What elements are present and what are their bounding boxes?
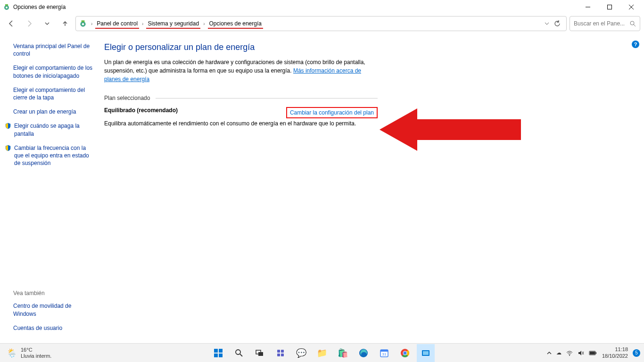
page-heading: Elegir o personalizar un plan de energía bbox=[104, 42, 630, 52]
weather-temp: 16°C bbox=[21, 347, 51, 353]
search-placeholder: Buscar en el Pane... bbox=[574, 20, 625, 27]
svg-rect-16 bbox=[219, 354, 223, 357]
forward-button[interactable] bbox=[22, 16, 37, 31]
svg-rect-27 bbox=[380, 350, 388, 352]
svg-point-10 bbox=[630, 21, 634, 25]
sidebar-link-sleep[interactable]: Cambiar la frecuencia con la que el equi… bbox=[5, 144, 96, 167]
svg-rect-40 bbox=[595, 352, 596, 354]
sidebar-link-main[interactable]: Ventana principal del Panel de control bbox=[13, 42, 96, 58]
close-button[interactable] bbox=[620, 0, 642, 14]
svg-rect-21 bbox=[277, 350, 280, 353]
main-content: Elegir o personalizar un plan de energía… bbox=[101, 33, 644, 343]
svg-point-9 bbox=[82, 23, 84, 25]
svg-rect-35 bbox=[423, 351, 429, 355]
plan-description: Equilibra automáticamente el rendimiento… bbox=[104, 120, 378, 127]
clock[interactable]: 11:18 18/10/2022 bbox=[602, 346, 628, 359]
edge-icon[interactable] bbox=[355, 344, 372, 362]
chevron-right-icon: › bbox=[201, 21, 206, 26]
search-input[interactable]: Buscar en el Pane... bbox=[570, 16, 640, 31]
chrome-icon[interactable] bbox=[396, 344, 414, 362]
svg-rect-41 bbox=[590, 352, 595, 354]
svg-marker-12 bbox=[380, 108, 521, 151]
svg-line-18 bbox=[240, 354, 242, 356]
weather-widget[interactable]: 🌦️ 16°C Lluvia interm. bbox=[0, 347, 51, 358]
svg-rect-14 bbox=[219, 349, 223, 353]
address-bar[interactable]: › Panel de control › Sistema y seguridad… bbox=[75, 16, 567, 31]
chevron-right-icon: › bbox=[140, 21, 145, 26]
see-also-link-accounts[interactable]: Cuentas de usuario bbox=[13, 324, 96, 332]
volume-icon[interactable] bbox=[578, 350, 584, 356]
breadcrumb-item[interactable]: Sistema y seguridad bbox=[146, 20, 200, 27]
svg-rect-1 bbox=[5, 4, 8, 6]
window-controls bbox=[577, 0, 642, 14]
svg-point-33 bbox=[404, 351, 407, 354]
power-options-icon bbox=[79, 19, 87, 28]
shield-icon bbox=[5, 145, 11, 151]
svg-point-17 bbox=[236, 350, 240, 354]
teams-icon[interactable]: 💬 bbox=[292, 344, 310, 362]
sidebar-link-buttons[interactable]: Elegir el comportamiento de los botones … bbox=[13, 64, 96, 79]
navbar: › Panel de control › Sistema y seguridad… bbox=[0, 14, 644, 33]
calendar-icon[interactable]: 31 bbox=[375, 344, 393, 362]
start-button[interactable] bbox=[209, 344, 227, 362]
svg-rect-23 bbox=[277, 354, 280, 356]
svg-rect-20 bbox=[258, 352, 263, 356]
sidebar-link-create-plan[interactable]: Crear un plan de energía bbox=[13, 108, 96, 115]
back-button[interactable] bbox=[4, 16, 19, 31]
file-explorer-icon[interactable]: 📁 bbox=[313, 344, 331, 362]
power-options-icon bbox=[3, 3, 10, 11]
widgets-icon[interactable] bbox=[272, 344, 289, 362]
titlebar: Opciones de energía bbox=[0, 0, 644, 14]
taskbar: 🌦️ 16°C Lluvia interm. 💬 📁 🛍️ 31 ☁ 11:18… bbox=[0, 343, 644, 362]
svg-rect-24 bbox=[281, 354, 284, 356]
recent-button[interactable] bbox=[40, 16, 55, 31]
minimize-button[interactable] bbox=[577, 0, 599, 14]
svg-rect-15 bbox=[214, 354, 218, 357]
svg-point-36 bbox=[569, 355, 570, 356]
sidebar-link-lid[interactable]: Elegir el comportamiento del cierre de l… bbox=[13, 86, 96, 101]
plan-name: Equilibrado (recomendado) bbox=[104, 107, 178, 114]
shield-icon bbox=[5, 123, 11, 129]
notification-badge[interactable]: 5 bbox=[633, 349, 640, 357]
plan-section-header: Plan seleccionado bbox=[104, 95, 378, 101]
weather-icon: 🌦️ bbox=[7, 348, 17, 358]
change-plan-settings-link[interactable]: Cambiar la configuración del plan bbox=[286, 107, 378, 118]
sidebar: Ventana principal del Panel de control E… bbox=[0, 33, 101, 343]
svg-text:31: 31 bbox=[382, 352, 387, 356]
page-description: Un plan de energía es una colección de h… bbox=[104, 58, 378, 83]
svg-point-2 bbox=[6, 7, 8, 8]
control-panel-icon[interactable] bbox=[417, 344, 435, 362]
svg-rect-8 bbox=[82, 20, 85, 22]
see-also-title: Vea también bbox=[13, 290, 96, 296]
svg-rect-22 bbox=[281, 350, 284, 353]
maximize-button[interactable] bbox=[599, 0, 620, 14]
svg-rect-4 bbox=[608, 5, 612, 9]
refresh-icon[interactable] bbox=[554, 20, 561, 27]
chevron-right-icon: › bbox=[89, 21, 94, 26]
up-button[interactable] bbox=[58, 16, 73, 31]
window-title: Opciones de energía bbox=[13, 4, 577, 10]
sidebar-link-display-off[interactable]: Elegir cuándo se apaga la pantalla bbox=[5, 122, 96, 137]
tray-chevron-icon[interactable] bbox=[547, 351, 552, 355]
battery-icon[interactable] bbox=[589, 350, 597, 356]
svg-line-11 bbox=[634, 25, 636, 26]
taskbar-center: 💬 📁 🛍️ 31 bbox=[209, 344, 435, 362]
weather-desc: Lluvia interm. bbox=[21, 353, 51, 359]
annotation-arrow bbox=[380, 106, 521, 153]
taskbar-right: ☁ 11:18 18/10/2022 5 bbox=[547, 346, 644, 359]
onedrive-icon[interactable]: ☁ bbox=[556, 350, 561, 356]
wifi-icon[interactable] bbox=[566, 350, 573, 356]
breadcrumb-item[interactable]: Opciones de energía bbox=[208, 20, 263, 27]
svg-rect-13 bbox=[214, 349, 218, 353]
task-view-icon[interactable] bbox=[251, 344, 269, 362]
microsoft-store-icon[interactable]: 🛍️ bbox=[334, 344, 352, 362]
search-icon bbox=[630, 21, 636, 27]
see-also-link-mobility[interactable]: Centro de movilidad de Windows bbox=[13, 302, 96, 317]
chevron-down-icon[interactable] bbox=[545, 21, 549, 26]
breadcrumb-item[interactable]: Panel de control bbox=[95, 20, 139, 27]
search-icon[interactable] bbox=[230, 344, 248, 362]
